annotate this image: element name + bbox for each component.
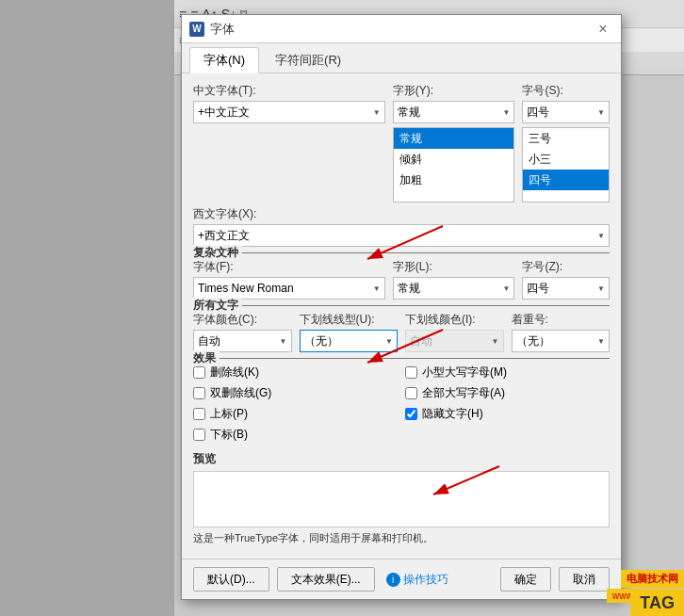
tab-char-spacing[interactable]: 字符间距(R) — [261, 47, 355, 73]
complex-section-title: 复杂文种 — [193, 245, 242, 261]
western-font-label: 西文字体(X): — [193, 206, 610, 222]
chinese-font-select-wrap: +中文正文 — [193, 101, 385, 123]
tips-button[interactable]: i 操作技巧 — [383, 570, 452, 590]
complex-font-select-wrap: Times New Roman — [193, 277, 385, 300]
effect-subscript-label: 下标(B) — [210, 427, 248, 443]
font-color-select[interactable]: 自动 — [193, 330, 292, 352]
font-color-label: 字体颜色(C): — [193, 312, 292, 328]
style-label: 字形(Y): — [393, 83, 515, 99]
underline-select-wrap: （无） — [300, 330, 399, 352]
complex-font-select[interactable]: Times New Roman — [193, 277, 385, 300]
size-list-item-3[interactable]: 三号 — [523, 128, 609, 149]
info-icon: i — [386, 573, 400, 587]
tips-label: 操作技巧 — [403, 572, 448, 588]
underline-color-select[interactable]: 自动 — [405, 330, 504, 352]
size-listbox[interactable]: 三号 小三 四号 — [522, 127, 610, 203]
effect-superscript-label: 上标(P) — [210, 406, 248, 422]
underline-color-field: 下划线颜色(I): 自动 — [405, 312, 504, 352]
effect-small-caps-label: 小型大写字母(M) — [422, 365, 507, 381]
style-list-item-bold[interactable]: 加粗 — [394, 170, 514, 190]
effect-subscript-checkbox[interactable] — [193, 429, 205, 441]
style-list-col: 常规 倾斜 加粗 — [393, 127, 515, 203]
complex-size-select[interactable]: 四号 — [522, 277, 610, 300]
effect-strikethrough-checkbox[interactable] — [193, 366, 205, 379]
size-label: 字号(S): — [522, 83, 610, 99]
effects-section-title: 效果 — [193, 350, 220, 366]
ok-button[interactable]: 确定 — [500, 567, 551, 592]
effect-superscript-row: 上标(P) — [193, 406, 398, 422]
dialog-title-area: W 字体 — [189, 21, 235, 38]
size-list-item-4[interactable]: 四号 — [523, 170, 609, 190]
top-fields-row: 中文字体(T): +中文正文 字形(Y): 常规 字号(S): — [193, 83, 610, 123]
default-button[interactable]: 默认(D)... — [193, 567, 269, 592]
effect-superscript-checkbox[interactable] — [193, 408, 205, 420]
western-font-select-wrap: +西文正文 — [193, 224, 610, 247]
effect-small-caps-checkbox[interactable] — [405, 366, 417, 379]
tab-font[interactable]: 字体(N) — [189, 47, 259, 73]
underline-type-field: 下划线线型(U): （无） — [300, 312, 399, 352]
western-font-select[interactable]: +西文正文 — [193, 224, 610, 247]
dialog-titlebar: W 字体 × — [182, 15, 621, 43]
effect-strikethrough-label: 删除线(K) — [210, 365, 259, 381]
cancel-button[interactable]: 取消 — [559, 567, 610, 592]
preview-section: 预览 — [193, 451, 610, 527]
style-select-wrap: 常规 — [393, 101, 515, 123]
footer-right: 确定 取消 — [500, 567, 610, 592]
dialog-body: 中文字体(T): +中文正文 字形(Y): 常规 字号(S): — [182, 73, 621, 559]
complex-style-field: 字形(L): 常规 — [393, 259, 515, 300]
size-list-col: 三号 小三 四号 — [522, 127, 610, 203]
style-list-item-regular[interactable]: 常规 — [394, 128, 514, 149]
preview-title: 预览 — [193, 451, 610, 467]
effect-hidden-row: 隐藏文字(H) — [405, 406, 610, 422]
font-dialog: W 字体 × 字体(N) 字符间距(R) 中文字体(T): +中文正文 字形(Y… — [181, 14, 622, 600]
size-select-wrap: 四号 — [522, 101, 610, 123]
size-list-item-small3[interactable]: 小三 — [523, 149, 609, 170]
complex-size-label: 字号(Z): — [522, 259, 610, 275]
complex-style-label: 字形(L): — [393, 259, 515, 275]
underline-type-label: 下划线线型(U): — [300, 312, 399, 328]
style-listbox[interactable]: 常规 倾斜 加粗 — [393, 127, 515, 203]
chinese-font-field: 中文字体(T): +中文正文 — [193, 83, 385, 123]
size-select[interactable]: 四号 — [522, 101, 610, 123]
tag-label: TAG — [630, 591, 684, 616]
chinese-font-select[interactable]: +中文正文 — [193, 101, 385, 123]
complex-size-field: 字号(Z): 四号 — [522, 259, 610, 300]
allchars-section-title: 所有文字 — [193, 298, 242, 314]
allchars-section-header: 所有文字 — [193, 305, 610, 306]
font-color-field: 字体颜色(C): 自动 — [193, 312, 292, 352]
complex-fields-row: 字体(F): Times New Roman 字形(L): 常规 字号(Z): — [193, 259, 610, 300]
effect-hidden-label: 隐藏文字(H) — [422, 406, 483, 422]
underline-select[interactable]: （无） — [300, 330, 399, 352]
dialog-title: 字体 — [210, 21, 235, 38]
effect-double-strikethrough-label: 双删除线(G) — [210, 385, 271, 401]
font-color-select-wrap: 自动 — [193, 330, 292, 352]
emphasis-field: 着重号: （无） — [512, 312, 611, 352]
dialog-close-button[interactable]: × — [593, 19, 613, 40]
effects-left-col: 删除线(K) 双删除线(G) 上标(P) 下标(B) — [193, 365, 398, 447]
complex-size-select-wrap: 四号 — [522, 277, 610, 300]
effect-strikethrough-row: 删除线(K) — [193, 365, 398, 381]
word-app-icon: W — [189, 22, 204, 37]
emphasis-label: 着重号: — [512, 312, 611, 328]
complex-style-select-wrap: 常规 — [393, 277, 515, 300]
effects-grid: 删除线(K) 双删除线(G) 上标(P) 下标(B) 小型大 — [193, 365, 610, 447]
effect-double-strikethrough-checkbox[interactable] — [193, 387, 205, 399]
dialog-footer: 默认(D)... 文本效果(E)... i 操作技巧 确定 取消 — [182, 559, 621, 599]
effect-hidden-checkbox[interactable] — [405, 408, 417, 420]
effect-all-caps-label: 全部大写字母(A) — [422, 385, 505, 401]
complex-font-field: 字体(F): Times New Roman — [193, 259, 385, 300]
chinese-font-list-col — [193, 127, 385, 203]
listboxes-row: 常规 倾斜 加粗 三号 小三 四号 — [193, 127, 610, 203]
effects-section-header: 效果 — [193, 358, 610, 359]
style-list-item-italic[interactable]: 倾斜 — [394, 149, 514, 170]
style-select[interactable]: 常规 — [393, 101, 515, 123]
underline-color-label: 下划线颜色(I): — [405, 312, 504, 328]
site-name-line1: 电脑技术网 — [621, 570, 684, 588]
effect-all-caps-checkbox[interactable] — [405, 387, 417, 399]
emphasis-select-wrap: （无） — [512, 330, 611, 352]
complex-style-select[interactable]: 常规 — [393, 277, 515, 300]
effect-small-caps-row: 小型大写字母(M) — [405, 365, 610, 381]
style-field: 字形(Y): 常规 — [393, 83, 515, 123]
text-effects-button[interactable]: 文本效果(E)... — [277, 567, 375, 592]
emphasis-select[interactable]: （无） — [512, 330, 611, 352]
